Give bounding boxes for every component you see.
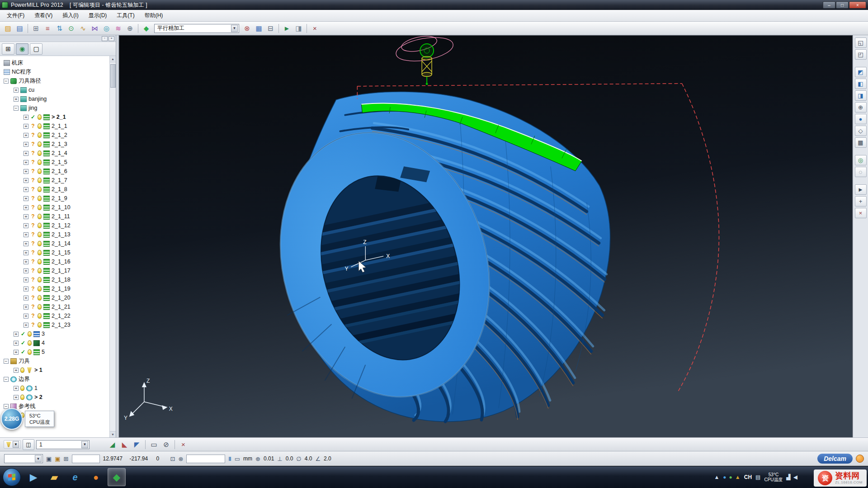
strategy-selector-button[interactable]: ◆ [141, 23, 152, 34]
tree-minus-toggle-icon[interactable]: − [4, 359, 9, 364]
coordinate-input[interactable] [72, 455, 100, 463]
tree-plus-toggle-icon[interactable]: + [24, 250, 28, 255]
resize-dock-button[interactable]: ◱ [855, 38, 867, 48]
tree-item-tool-1[interactable]: +> 1 [0, 366, 109, 375]
tree-plus-toggle-icon[interactable]: + [24, 323, 28, 328]
visibility-bulb-icon[interactable] [38, 223, 42, 228]
network-icon[interactable]: ▟ [787, 474, 791, 480]
language-indicator[interactable]: CH [744, 474, 752, 480]
tree-minus-toggle-icon[interactable]: − [14, 106, 19, 111]
copy-coords-icon[interactable]: ⊡ [170, 455, 175, 462]
zoom-to-fit-button[interactable]: ⊕ [855, 102, 867, 113]
feeds-speeds-button[interactable]: ≡ [42, 23, 53, 34]
minimize-button[interactable]: – [823, 1, 835, 9]
refresh-view-button[interactable]: ◌ [855, 167, 867, 177]
maximize-button[interactable]: □ [836, 1, 849, 9]
tree-item-toolpath-2-1-4[interactable]: +?2_1_4 [0, 149, 109, 158]
tree-item-tools[interactable]: −刀具 [0, 357, 109, 366]
tree-item-toolpath-2-1-11[interactable]: +?2_1_11 [0, 212, 109, 221]
tree-item-nc-programs[interactable]: NC程序 [0, 67, 109, 76]
taskbar-app-folder[interactable]: ▰ [45, 468, 63, 486]
menu-help[interactable]: 帮助(H) [140, 10, 168, 21]
tree-item-toolpath-3[interactable]: +✓3 [0, 329, 109, 338]
pattern-create-button[interactable]: ≋ [113, 23, 124, 34]
cursor-mode-button[interactable]: ► [855, 184, 867, 195]
tree-plus-toggle-icon[interactable]: + [14, 341, 19, 346]
viewport-canvas[interactable]: Z X Y Z X Y [119, 36, 852, 437]
toolpath-batch-button[interactable]: ⊗ [241, 23, 253, 34]
tree-item-toolpath-2-1-22[interactable]: +?2_1_22 [0, 311, 109, 320]
draw-block-button[interactable]: ◤ [131, 439, 142, 450]
tree-item-toolpath-2-1-17[interactable]: +?2_1_17 [0, 266, 109, 275]
visibility-bulb-icon[interactable] [38, 160, 42, 165]
iso-view-button[interactable]: ◩ [855, 67, 867, 77]
import-icon[interactable]: ▣ [55, 455, 60, 462]
tree-item-toolpath-cu[interactable]: +cu [0, 85, 109, 94]
tree-item-toolpath-2-1[interactable]: +✓> 2_1 [0, 113, 109, 122]
visibility-bulb-icon[interactable] [20, 385, 24, 391]
volume-icon[interactable]: ◀ [793, 474, 797, 480]
visibility-bulb-icon[interactable] [38, 286, 42, 291]
tree-minus-toggle-icon[interactable]: − [4, 377, 9, 382]
tree-item-toolpath-2-1-20[interactable]: +?2_1_20 [0, 293, 109, 302]
visibility-bulb-icon[interactable] [38, 132, 42, 138]
tree-item-toolpath-2-1-23[interactable]: +?2_1_23 [0, 320, 109, 329]
strategy-combobox[interactable]: 平行精加工 ▼ [154, 24, 239, 33]
tree-plus-toggle-icon[interactable]: + [24, 241, 28, 246]
visibility-bulb-icon[interactable] [28, 349, 32, 355]
tree-plus-toggle-icon[interactable]: + [24, 169, 28, 174]
tree-item-toolpath-2-1-1[interactable]: +?2_1_1 [0, 122, 109, 131]
tray-overflow-icon[interactable]: ▲ [714, 474, 719, 480]
tree-plus-toggle-icon[interactable]: + [24, 232, 28, 237]
front-view-button[interactable]: ◨ [855, 90, 867, 101]
chevron-down-icon[interactable]: ▼ [231, 25, 238, 32]
tree-plus-toggle-icon[interactable]: + [24, 196, 28, 201]
tree-item-toolpath-2-1-2[interactable]: +?2_1_2 [0, 131, 109, 140]
tree-item-toolpath-jing[interactable]: −jing [0, 103, 109, 113]
grid-snap-icon[interactable]: ⊞ [64, 455, 69, 462]
tree-item-boundary-1[interactable]: +1 [0, 384, 109, 393]
chevron-down-icon[interactable]: ▼ [35, 455, 42, 462]
clip-sim-button[interactable]: ⊘ [160, 439, 172, 450]
tree-plus-toggle-icon[interactable]: + [24, 160, 28, 165]
tree-item-toolpath-2-1-16[interactable]: +?2_1_16 [0, 257, 109, 266]
tray-alert-icon[interactable]: ▲ [735, 474, 741, 480]
viewport-3d[interactable]: Z X Y Z X Y [119, 35, 853, 437]
explorer-tree-toggle[interactable]: ⊞ [2, 43, 14, 55]
tree-item-toolpath-2-1-9[interactable]: +?2_1_9 [0, 194, 109, 203]
tree-item-boundaries[interactable]: −边界 [0, 375, 109, 384]
tree-scrollbar[interactable]: ▲ ▼ [109, 56, 116, 437]
simulate-toolpath-button[interactable]: ► [281, 23, 292, 34]
top-view-button[interactable]: ◧ [855, 79, 867, 89]
visibility-bulb-icon[interactable] [38, 295, 42, 300]
visibility-bulb-icon[interactable] [28, 331, 32, 337]
visibility-bulb-icon[interactable] [38, 259, 42, 264]
tree-item-toolpaths[interactable]: −刀具路径 [0, 76, 109, 85]
visibility-bulb-icon[interactable] [38, 205, 42, 210]
tree-plus-toggle-icon[interactable]: + [14, 386, 19, 391]
tree-item-toolpath-2-1-21[interactable]: +?2_1_21 [0, 302, 109, 311]
tree-plus-toggle-icon[interactable]: + [14, 395, 19, 400]
close-button[interactable]: × [849, 1, 866, 9]
tree-plus-toggle-icon[interactable]: + [24, 314, 28, 319]
scroll-down-icon[interactable]: ▼ [110, 431, 116, 437]
menu-file[interactable]: 文件(F) [2, 10, 29, 21]
visibility-bulb-icon[interactable] [20, 367, 24, 373]
tree-plus-toggle-icon[interactable]: + [14, 350, 19, 355]
tree-plus-toggle-icon[interactable]: + [24, 178, 28, 183]
world-axis-button[interactable]: ◎ [855, 155, 867, 165]
tree-plus-toggle-icon[interactable]: + [24, 296, 28, 300]
shaded-view-button[interactable]: ● [855, 114, 867, 124]
workplane-button[interactable]: ⊕ [124, 23, 136, 34]
measure-input[interactable] [186, 455, 225, 463]
scroll-up-icon[interactable]: ▲ [110, 56, 116, 62]
tree-plus-toggle-icon[interactable]: + [24, 187, 28, 192]
tree-item-toolpath-2-1-19[interactable]: +?2_1_19 [0, 284, 109, 293]
tree-item-toolpath-2-1-6[interactable]: +?2_1_6 [0, 167, 109, 176]
tree-item-toolpath-2-1-14[interactable]: +?2_1_14 [0, 239, 109, 248]
taskbar-app-ie[interactable]: e [66, 468, 84, 486]
link-coords-icon[interactable]: ⊗ [178, 455, 183, 462]
tree-plus-toggle-icon[interactable]: + [14, 88, 19, 93]
tree-plus-toggle-icon[interactable]: + [24, 277, 28, 282]
visibility-bulb-icon[interactable] [38, 150, 42, 156]
